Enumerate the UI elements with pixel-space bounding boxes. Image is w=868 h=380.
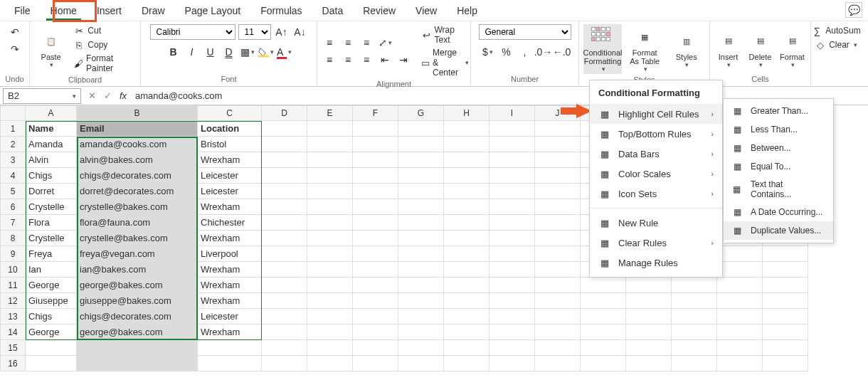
underline-button[interactable]: U [203, 44, 218, 60]
cell-J10[interactable] [535, 262, 581, 278]
cell-N13[interactable] [717, 309, 763, 324]
cell-B8[interactable]: crystelle@bakes.com [77, 231, 198, 246]
cell-J6[interactable] [535, 199, 581, 215]
cell-G4[interactable] [398, 168, 444, 184]
decrease-decimal-button[interactable]: ←.0 [554, 44, 570, 60]
cell-C9[interactable]: Liverpool [198, 246, 262, 262]
autosum-button[interactable]: ∑AutoSum [810, 24, 862, 37]
cell-A15[interactable] [26, 340, 77, 356]
cell-D8[interactable] [262, 231, 307, 246]
cut-button[interactable]: ✂Cut [72, 24, 136, 37]
cell-F8[interactable] [353, 231, 398, 246]
cell-F12[interactable] [353, 293, 398, 309]
cell-E6[interactable] [307, 199, 353, 215]
cell-F9[interactable] [353, 246, 398, 262]
cell-G7[interactable] [398, 215, 444, 231]
cell-C1[interactable]: Location [198, 121, 262, 137]
cell-E1[interactable] [307, 121, 353, 137]
cell-F14[interactable] [353, 324, 398, 340]
row-header-13[interactable]: 13 [0, 309, 26, 324]
row-header-4[interactable]: 4 [0, 168, 26, 184]
cell-I3[interactable] [489, 152, 535, 168]
merge-center-button[interactable]: ▭Merge & Center▾ [420, 47, 470, 78]
tab-view[interactable]: View [406, 2, 447, 21]
row-header-3[interactable]: 3 [0, 152, 26, 168]
menu-item-manage-rules[interactable]: ▦Manage Rules [590, 253, 722, 273]
cell-O9[interactable] [763, 246, 808, 262]
cell-G8[interactable] [398, 231, 444, 246]
row-header-1[interactable]: 1 [0, 121, 26, 137]
tab-page-layout[interactable]: Page Layout [175, 2, 251, 21]
cell-D1[interactable] [262, 121, 307, 137]
double-underline-button[interactable]: D [221, 44, 237, 60]
number-format-select[interactable]: General [479, 24, 571, 40]
cell-M12[interactable] [672, 293, 717, 309]
fx-icon[interactable]: fx [115, 90, 131, 101]
cell-F1[interactable] [353, 121, 398, 137]
submenu-item-text-that-contains[interactable]: ▦Text that Contains... [724, 176, 833, 203]
copy-button[interactable]: ⎘Copy [72, 38, 136, 51]
col-header-C[interactable]: C [198, 105, 262, 121]
cell-H12[interactable] [444, 293, 489, 309]
cell-D9[interactable] [262, 246, 307, 262]
decrease-font-button[interactable]: A↓ [292, 24, 308, 40]
cell-D13[interactable] [262, 309, 307, 324]
cell-C2[interactable]: Bristol [198, 137, 262, 152]
cell-J2[interactable] [535, 137, 581, 152]
align-right-button[interactable]: ≡ [359, 52, 374, 68]
align-bottom-button[interactable]: ≡ [359, 35, 374, 51]
cell-I16[interactable] [489, 356, 535, 371]
name-box[interactable]: B2 ▾ [3, 88, 81, 104]
font-color-button[interactable]: A▾ [277, 44, 292, 60]
cell-N9[interactable] [717, 246, 763, 262]
cell-D5[interactable] [262, 184, 307, 199]
fill-color-button[interactable]: ▾ [258, 44, 274, 60]
cell-C16[interactable] [198, 356, 262, 371]
increase-font-button[interactable]: A↑ [274, 24, 290, 40]
italic-button[interactable]: I [184, 44, 200, 60]
insert-cells-button[interactable]: ▤ Insert▾ [714, 28, 742, 70]
cell-A9[interactable]: Freya [26, 246, 77, 262]
cell-F6[interactable] [353, 199, 398, 215]
cell-M16[interactable] [672, 356, 717, 371]
cell-I10[interactable] [489, 262, 535, 278]
cell-K16[interactable] [581, 356, 626, 371]
cell-O10[interactable] [763, 262, 808, 278]
cell-H13[interactable] [444, 309, 489, 324]
decrease-indent-button[interactable]: ⇤ [377, 52, 393, 68]
cell-G2[interactable] [398, 137, 444, 152]
cell-A12[interactable]: Giuseppe [26, 293, 77, 309]
cell-C14[interactable]: Wrexham [198, 324, 262, 340]
cell-E7[interactable] [307, 215, 353, 231]
cell-J7[interactable] [535, 215, 581, 231]
row-header-15[interactable]: 15 [0, 340, 26, 356]
cell-A8[interactable]: Crystelle [26, 231, 77, 246]
submenu-item-equal-to[interactable]: ▦Equal To... [724, 157, 833, 176]
cell-L11[interactable] [626, 278, 672, 293]
cell-A10[interactable]: Ian [26, 262, 77, 278]
cell-E3[interactable] [307, 152, 353, 168]
cancel-entry-button[interactable]: ✕ [84, 90, 100, 101]
cell-J13[interactable] [535, 309, 581, 324]
cell-K12[interactable] [581, 293, 626, 309]
cell-B7[interactable]: flora@fauna.com [77, 215, 198, 231]
cell-B4[interactable]: chigs@decorates.com [77, 168, 198, 184]
cell-D7[interactable] [262, 215, 307, 231]
cell-H9[interactable] [444, 246, 489, 262]
tab-data[interactable]: Data [312, 2, 354, 21]
cell-I11[interactable] [489, 278, 535, 293]
cell-F15[interactable] [353, 340, 398, 356]
conditional-formatting-button[interactable]: Conditional Formatting▾ [583, 24, 622, 74]
cell-D4[interactable] [262, 168, 307, 184]
percent-button[interactable]: % [499, 44, 514, 60]
col-header-E[interactable]: E [307, 105, 353, 121]
cell-B12[interactable]: giuseppe@bakes.com [77, 293, 198, 309]
cell-I9[interactable] [489, 246, 535, 262]
row-header-2[interactable]: 2 [0, 137, 26, 152]
menu-item-new-rule[interactable]: ▦New Rule [590, 213, 722, 233]
cell-F16[interactable] [353, 356, 398, 371]
menu-item-color-scales[interactable]: ▦Color Scales› [590, 164, 722, 184]
row-header-6[interactable]: 6 [0, 199, 26, 215]
cell-I12[interactable] [489, 293, 535, 309]
row-header-8[interactable]: 8 [0, 231, 26, 246]
